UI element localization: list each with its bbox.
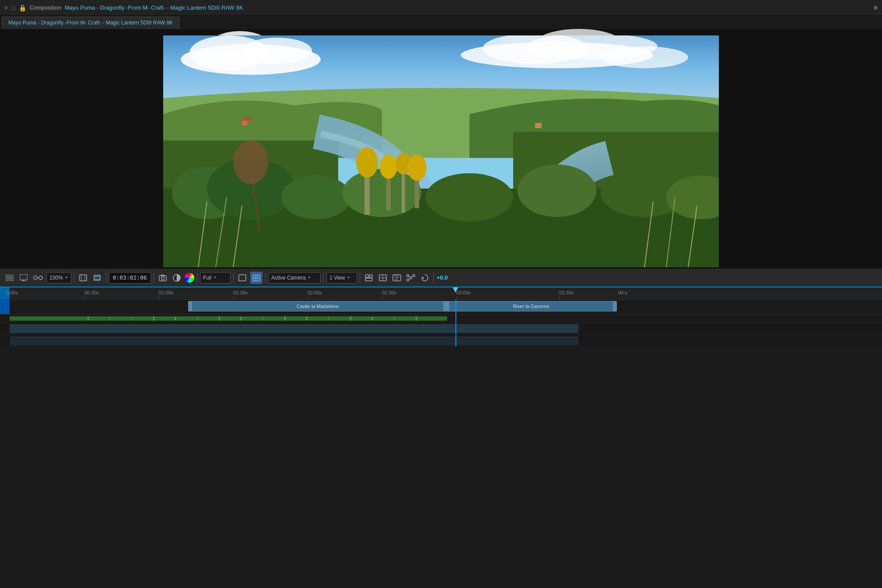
layout-tile-icon xyxy=(365,274,373,281)
separator-8 xyxy=(360,273,360,283)
glasses-btn[interactable] xyxy=(32,272,45,284)
svg-point-28 xyxy=(407,154,427,181)
svg-point-38 xyxy=(233,140,268,184)
ruler-300: 03:00s xyxy=(456,290,471,295)
svg-point-78 xyxy=(406,274,409,276)
minimize-icon[interactable]: □ xyxy=(11,4,15,11)
layout-fill-btn[interactable] xyxy=(377,272,389,284)
region-icon xyxy=(238,274,246,281)
layout-tile-btn[interactable] xyxy=(363,272,375,284)
nodes-icon xyxy=(406,274,415,282)
track-row-3 xyxy=(0,335,882,347)
clip-river[interactable]: River la Garonne xyxy=(445,301,617,312)
svg-point-59 xyxy=(161,276,164,280)
fit-frame-btn[interactable] xyxy=(77,272,89,284)
svg-point-17 xyxy=(426,173,513,221)
playhead-line-1 xyxy=(455,300,456,314)
snapshot-icon xyxy=(159,274,167,281)
landscape-svg xyxy=(163,35,719,267)
audio-mark-5 xyxy=(350,316,351,321)
svg-rect-68 xyxy=(365,275,368,277)
menu-icon[interactable]: ≡ xyxy=(874,4,878,12)
color-wheel-icon[interactable] xyxy=(185,273,194,283)
ruler-100: 01:00s xyxy=(159,290,173,295)
camera-dropdown[interactable]: Active Camera ▼ xyxy=(268,272,321,284)
tick-130 xyxy=(233,297,234,299)
svg-point-24 xyxy=(380,154,397,179)
playhead-line-3 xyxy=(455,322,456,334)
clip-river-right-handle[interactable] xyxy=(613,301,616,311)
track-row-audio xyxy=(0,315,882,322)
title-bar: × □ 🔒 Composition Mayu Puma - Dragonfly … xyxy=(0,0,882,16)
kf-9 xyxy=(372,317,373,320)
video-preview xyxy=(163,35,719,267)
kf-4 xyxy=(197,317,198,320)
app-container: × □ 🔒 Composition Mayu Puma - Dragonfly … xyxy=(0,0,882,588)
separator-9 xyxy=(434,273,434,283)
tab-label: Mayu Puma - Dragonfly -From M- Craft- - … xyxy=(8,20,173,26)
clip-river-left-handle[interactable] xyxy=(446,301,449,311)
svg-rect-63 xyxy=(253,275,260,281)
region-btn[interactable] xyxy=(236,272,248,284)
svg-rect-52 xyxy=(80,275,87,281)
clip-castle[interactable]: Castle la Madeleine xyxy=(188,301,447,312)
nodes-btn[interactable] xyxy=(405,272,417,284)
grid-icon xyxy=(252,274,260,281)
view-count-dropdown-arrow: ▼ xyxy=(347,276,350,280)
zoom-dropdown[interactable]: 150% ▼ xyxy=(46,272,71,284)
timeline-ruler: 0:00s 00:30s 01:00s 01:30s 02:00s 02:30s… xyxy=(0,287,882,300)
render-icon xyxy=(392,274,401,281)
quality-dropdown[interactable]: Full ▼ xyxy=(200,272,231,284)
svg-point-81 xyxy=(406,279,409,281)
track-row-2 xyxy=(0,322,882,335)
camera-label: Active Camera xyxy=(271,275,306,281)
svg-line-84 xyxy=(409,278,410,280)
snapshot-btn[interactable] xyxy=(157,272,169,284)
svg-rect-55 xyxy=(94,275,100,280)
svg-point-80 xyxy=(413,274,415,276)
toggle-icon xyxy=(173,274,181,282)
composition-tab[interactable]: Mayu Puma - Dragonfly -From M- Craft- - … xyxy=(2,17,179,29)
ruler-130: 01:30s xyxy=(233,290,248,295)
monitor-btn[interactable] xyxy=(18,272,30,284)
composition-name: Mayu Puma - Dragonfly -From M- Craft- - … xyxy=(65,4,243,11)
close-icon[interactable]: × xyxy=(4,4,8,11)
tick-30 xyxy=(84,297,85,299)
render-btn[interactable] xyxy=(391,272,403,284)
view-count-dropdown[interactable]: 1 View ▼ xyxy=(326,272,357,284)
quality-label: Full xyxy=(203,275,211,281)
reset-view-btn[interactable] xyxy=(419,272,431,284)
preview-btn[interactable] xyxy=(4,272,16,284)
layout-fill-icon xyxy=(379,274,387,281)
timecode-display[interactable]: 0:03:02:06 xyxy=(109,272,151,284)
kf-7 xyxy=(306,317,307,320)
separator-3 xyxy=(154,273,154,283)
preview-icon xyxy=(6,275,14,281)
svg-line-83 xyxy=(412,276,413,277)
playhead-line-2 xyxy=(455,315,456,322)
fit-frame-icon xyxy=(79,274,87,281)
plus-value: +0.0 xyxy=(437,274,448,281)
zoom-level: 150% xyxy=(49,275,63,281)
timecode-value: 0:03:02:06 xyxy=(113,274,147,281)
audio-bar-full xyxy=(10,316,447,321)
svg-rect-70 xyxy=(365,278,372,281)
crop-btn[interactable] xyxy=(91,272,103,284)
clip-left-handle[interactable] xyxy=(189,301,192,311)
svg-rect-44 xyxy=(20,274,28,280)
svg-point-16 xyxy=(343,169,421,217)
svg-point-47 xyxy=(34,276,37,280)
toggle-btn[interactable] xyxy=(171,272,183,284)
lock-icon[interactable]: 🔒 xyxy=(19,4,26,11)
track-3-bar xyxy=(10,336,578,345)
svg-rect-41 xyxy=(535,123,542,128)
camera-dropdown-arrow: ▼ xyxy=(308,276,311,280)
separator-2 xyxy=(106,273,106,283)
grid-btn[interactable] xyxy=(250,272,262,284)
tick-200 xyxy=(308,297,308,299)
monitor-icon xyxy=(20,274,28,281)
ruler-230: 02:30s xyxy=(382,290,396,295)
controls-bar: 150% ▼ 0:03:02:06 xyxy=(0,268,882,287)
composition-label: Composition xyxy=(30,4,61,11)
track-row-1: Castle la Madeleine River la Garonne xyxy=(0,300,882,315)
